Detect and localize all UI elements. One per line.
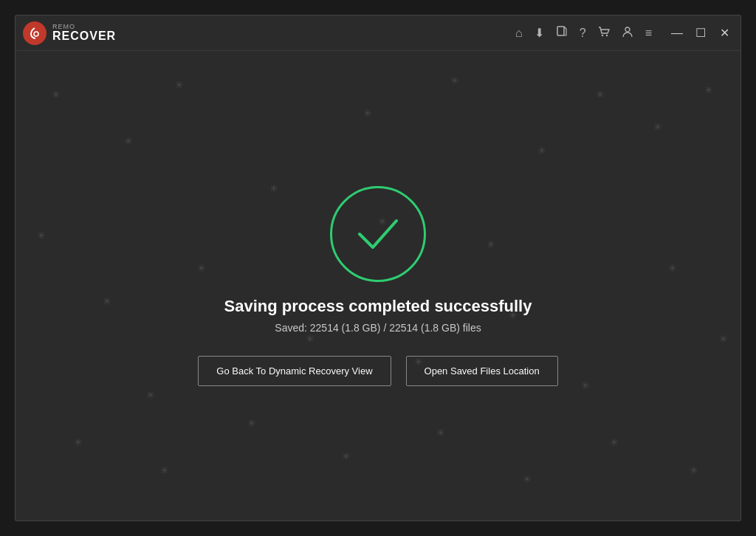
snowflake: ✳ — [74, 436, 83, 448]
help-icon[interactable]: ? — [580, 27, 586, 40]
success-circle — [330, 186, 426, 282]
snowflake: ✳ — [719, 333, 728, 345]
title-bar-right: ⌂ ⬇ ? ≡ — [515, 26, 732, 41]
snowflake: ✳ — [581, 379, 590, 391]
svg-rect-1 — [557, 27, 564, 35]
cart-icon[interactable] — [598, 26, 610, 41]
snowflake: ✳ — [160, 464, 169, 476]
app-name: remo RECOVER — [52, 24, 116, 42]
go-back-button[interactable]: Go Back To Dynamic Recovery View — [198, 356, 391, 386]
snowflake: ✳ — [52, 89, 61, 100]
open-saved-files-button[interactable]: Open Saved Files Location — [406, 356, 558, 386]
maximize-button[interactable]: ☐ — [693, 26, 708, 40]
app-window: remo RECOVER ⌂ ⬇ ? — [15, 15, 741, 521]
snowflake: ✳ — [37, 230, 46, 241]
snowflake: ✳ — [537, 145, 546, 157]
logo-area: remo RECOVER — [23, 21, 116, 45]
snowflake: ✳ — [450, 75, 459, 86]
success-subtitle: Saved: 22514 (1.8 GB) / 22514 (1.8 GB) f… — [275, 322, 481, 334]
snowflake: ✳ — [653, 121, 662, 133]
file-icon[interactable] — [556, 26, 568, 41]
snowflake: ✳ — [363, 107, 372, 119]
svg-point-4 — [625, 27, 630, 32]
snowflake: ✳ — [342, 450, 351, 462]
snowflake: ✳ — [146, 389, 155, 401]
snowflake: ✳ — [247, 417, 256, 429]
snowflake: ✳ — [436, 427, 445, 439]
title-bar: remo RECOVER ⌂ ⬇ ? — [16, 16, 740, 51]
success-container: Saving process completed successfully Sa… — [198, 186, 557, 386]
logo-recover-text: RECOVER — [52, 30, 116, 42]
svg-point-2 — [601, 34, 602, 35]
minimize-button[interactable]: — — [670, 27, 684, 40]
snowflake: ✳ — [124, 135, 133, 147]
download-icon[interactable]: ⬇ — [535, 26, 544, 40]
svg-point-3 — [605, 34, 607, 35]
snowflake: ✳ — [523, 473, 532, 485]
snowflake: ✳ — [103, 295, 111, 307]
user-icon[interactable] — [622, 26, 633, 41]
menu-icon[interactable]: ≡ — [645, 27, 652, 40]
snowflake: ✳ — [704, 84, 713, 96]
window-controls: — ☐ ✕ — [670, 26, 732, 40]
home-icon[interactable]: ⌂ — [515, 27, 523, 40]
main-content: ✳✳✳✳✳✳✳✳✳✳✳✳✳✳✳✳✳✳✳✳✳✳✳✳✳✳✳✳✳✳ Saving pr… — [16, 51, 740, 520]
snowflake: ✳ — [668, 262, 677, 274]
close-button[interactable]: ✕ — [717, 26, 732, 40]
success-title: Saving process completed successfully — [224, 297, 532, 316]
svg-point-0 — [34, 32, 38, 36]
snowflake: ✳ — [175, 79, 184, 91]
snowflake: ✳ — [690, 464, 698, 476]
snowflake: ✳ — [596, 89, 605, 100]
app-icon — [23, 21, 47, 45]
action-buttons: Go Back To Dynamic Recovery View Open Sa… — [198, 356, 557, 386]
snowflake: ✳ — [610, 436, 619, 448]
